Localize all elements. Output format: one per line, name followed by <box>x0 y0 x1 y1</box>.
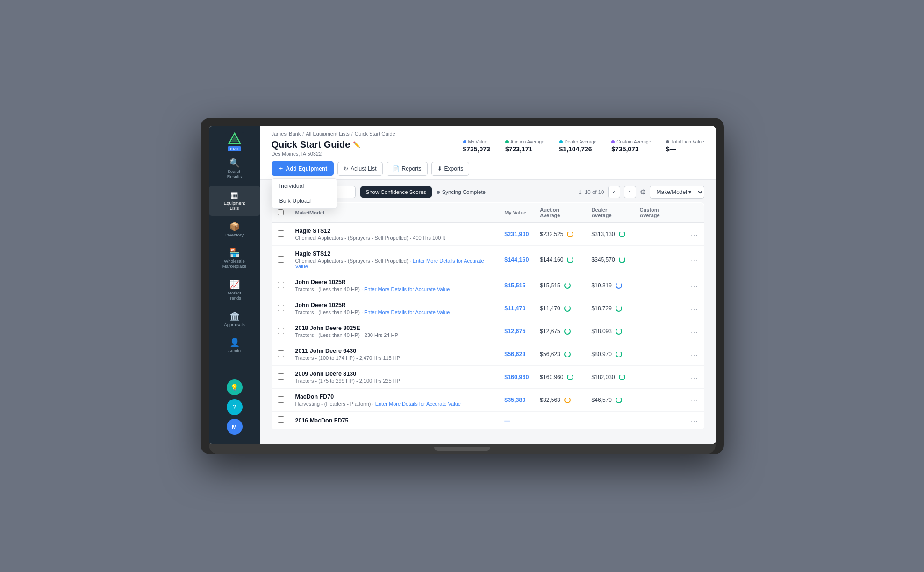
my-value-cell: — <box>504 417 510 424</box>
custom-avg-cell <box>634 274 685 297</box>
auction-avg-cell: $32,563 <box>540 397 560 403</box>
sidebar-item-inventory[interactable]: 📦 Inventory <box>209 218 260 242</box>
select-all-checkbox[interactable] <box>278 209 284 215</box>
row-checkbox[interactable] <box>278 416 284 423</box>
row-checkbox[interactable] <box>278 350 284 357</box>
equipment-name: Hagie STS12 <box>295 250 494 257</box>
equipment-link[interactable]: Enter More Details for Accurate Value <box>375 401 461 407</box>
show-confidence-button[interactable]: Show Confidence Scores <box>360 186 432 198</box>
equipment-link[interactable]: Enter More Details for Accurate Value <box>364 286 450 292</box>
sidebar-item-appraisals[interactable]: 🏛️ Appraisals <box>209 307 260 332</box>
reports-icon: 📄 <box>393 165 400 172</box>
equipment-sub: Chemical Applicators - (Sprayers - Self … <box>295 258 494 269</box>
custom-avg-header: Custom Average <box>634 203 685 223</box>
table-row: 2018 John Deere 3025ETractors - (Less th… <box>272 320 704 343</box>
more-options-button[interactable]: ··· <box>691 373 698 381</box>
custom-avg-cell <box>634 246 685 274</box>
more-options-button[interactable]: ··· <box>691 350 698 358</box>
row-checkbox[interactable] <box>278 256 284 263</box>
adjust-list-button[interactable]: ↻ Adjust List <box>337 162 382 176</box>
my-value-cell: $11,470 <box>504 305 525 312</box>
more-options-button[interactable]: ··· <box>691 305 698 313</box>
next-page-button[interactable]: › <box>624 186 636 198</box>
equipment-table: Make/Model My Value Auction Average Deal… <box>272 202 704 429</box>
auction-avg-cell: $15,515 <box>540 282 560 289</box>
table-row: Hagie STS12Chemical Applicators - (Spray… <box>272 246 704 274</box>
row-checkbox[interactable] <box>278 305 284 311</box>
custom-avg-cell <box>634 366 685 389</box>
sidebar-item-label: SearchResults <box>227 169 242 179</box>
value-summary: My Value $735,073 Auction Average $723,1… <box>463 139 704 153</box>
custom-avg-cell <box>634 389 685 412</box>
row-checkbox[interactable] <box>278 396 284 403</box>
table-row: John Deere 1025RTractors - (Less than 40… <box>272 297 704 320</box>
value-dealer-avg: Dealer Average $1,104,726 <box>559 139 597 153</box>
sidebar-item-label: WholesaleMarketplace <box>222 258 247 269</box>
avatar-button[interactable]: M <box>227 419 243 435</box>
more-options-button[interactable]: ··· <box>691 256 698 264</box>
row-checkbox[interactable] <box>278 373 284 380</box>
row-checkbox[interactable] <box>278 230 284 237</box>
main-content: James' Bank / All Equipment Lists / Quic… <box>260 126 716 444</box>
table-body: Hagie STS12Chemical Applicators - (Spray… <box>272 223 704 429</box>
add-equipment-container: ＋ Add Equipment Individual Bulk Upload <box>272 161 334 176</box>
equipment-link[interactable]: Enter More Details for Accurate Value <box>295 258 484 269</box>
sidebar-item-market-trends[interactable]: 📈 MarketTrends <box>209 276 260 306</box>
add-equipment-button[interactable]: ＋ Add Equipment <box>272 161 334 176</box>
breadcrumb-lists[interactable]: All Equipment Lists <box>306 131 350 136</box>
refresh-icon <box>619 231 625 237</box>
equipment-sub: Tractors - (Less than 40 HP) · Enter Mor… <box>295 286 494 292</box>
table-row: John Deere 1025RTractors - (Less than 40… <box>272 274 704 297</box>
refresh-icon <box>619 257 625 263</box>
sidebar-item-wholesale[interactable]: 🏪 WholesaleMarketplace <box>209 244 260 274</box>
my-value-cell: $12,675 <box>504 328 525 335</box>
exports-icon: ⬇ <box>437 165 442 172</box>
add-equipment-dropdown: Individual Bulk Upload <box>272 178 337 209</box>
my-value-dot <box>463 140 466 143</box>
individual-option[interactable]: Individual <box>272 179 337 193</box>
sidebar-item-equipment-lists[interactable]: ▦ EquipmentLists <box>209 186 260 216</box>
dealer-avg-cell: $18,093 <box>592 328 612 335</box>
refresh-icon <box>564 351 571 358</box>
sidebar-item-label: Inventory <box>225 232 244 237</box>
equipment-name: 2009 John Deere 8130 <box>295 371 494 377</box>
more-options-button[interactable]: ··· <box>691 416 698 424</box>
table-row: 2016 MacDon FD75———··· <box>272 412 704 429</box>
equipment-sub: Tractors - (175 to 299 HP) - 2,100 Hrs 2… <box>295 378 494 384</box>
refresh-icon <box>564 282 571 289</box>
sync-status: Syncing Complete <box>437 189 486 195</box>
row-checkbox[interactable] <box>278 328 284 334</box>
refresh-icon <box>564 328 571 335</box>
wholesale-icon: 🏪 <box>229 249 240 257</box>
lien-amount: $— <box>666 145 676 153</box>
more-options-button[interactable]: ··· <box>691 282 698 290</box>
question-button[interactable]: ? <box>227 399 243 415</box>
dealer-avg-cell: $345,570 <box>592 257 615 263</box>
custom-avg-cell <box>634 320 685 343</box>
row-checkbox[interactable] <box>278 282 284 288</box>
reports-button[interactable]: 📄 Reports <box>387 162 428 176</box>
search-icon: 🔍 <box>229 159 240 167</box>
sidebar-item-search[interactable]: 🔍 SearchResults <box>209 154 260 184</box>
table-row: MacDon FD70Harvesting - (Headers - Platf… <box>272 389 704 412</box>
value-custom-avg: Custom Average $735,073 <box>611 139 651 153</box>
prev-page-button[interactable]: ‹ <box>608 186 620 198</box>
help-button[interactable]: 💡 <box>227 379 243 395</box>
exports-button[interactable]: ⬇ Exports <box>431 162 470 176</box>
breadcrumb-bank[interactable]: James' Bank <box>272 131 301 136</box>
auction-avg-cell: $11,470 <box>540 305 560 312</box>
table-settings-button[interactable]: ⚙ <box>640 188 646 196</box>
loading-icon <box>564 397 571 403</box>
sort-dropdown[interactable]: Make/Model ▾ <box>650 186 704 199</box>
more-options-button[interactable]: ··· <box>691 396 698 404</box>
loading-icon <box>567 231 573 237</box>
refresh-icon <box>567 374 573 380</box>
equipment-link[interactable]: Enter More Details for Accurate Value <box>364 309 450 315</box>
bulk-upload-option[interactable]: Bulk Upload <box>272 193 337 208</box>
edit-title-icon[interactable]: ✏️ <box>353 141 360 148</box>
sidebar-item-admin[interactable]: 👤 Admin <box>209 334 260 358</box>
more-options-button[interactable]: ··· <box>691 230 698 238</box>
equipment-sub: Chemical Applicators - (Sprayers - Self … <box>295 235 494 241</box>
more-options-button[interactable]: ··· <box>691 328 698 336</box>
value-lien: Total Lien Value $— <box>666 139 704 153</box>
